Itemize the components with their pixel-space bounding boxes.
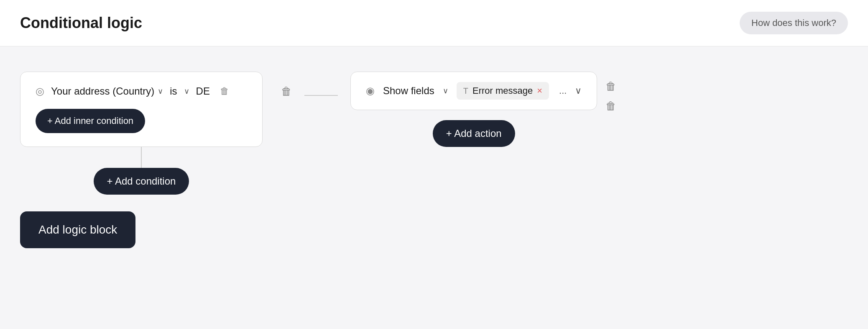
show-fields-chevron-icon[interactable]: ∨: [443, 86, 448, 95]
action-delete-icon-1[interactable]: 🗑: [605, 80, 616, 93]
field-tag: T Error message ×: [457, 82, 549, 100]
field-tag-close-icon[interactable]: ×: [537, 85, 542, 96]
right-trash-col: 🗑 🗑: [605, 72, 616, 113]
add-action-button[interactable]: + Add action: [433, 120, 515, 147]
eye-icon: ◉: [366, 85, 375, 97]
page-title: Conditional logic: [20, 14, 142, 32]
condition-connector-line: [141, 147, 142, 168]
condition-delete-icon[interactable]: 🗑: [220, 86, 229, 97]
show-fields-label: Show fields: [383, 85, 434, 97]
left-block-row: ◎ Your address (Country) ∨ is ∨ DE 🗑 + A…: [20, 72, 292, 195]
action-chevron-icon[interactable]: ∨: [575, 85, 582, 96]
condition-value: DE: [196, 85, 210, 97]
logic-area: ◎ Your address (Country) ∨ is ∨ DE 🗑 + A…: [20, 72, 848, 195]
right-block-row: ◉ Show fields ∨ T Error message × ... ∨: [350, 72, 616, 147]
page: Conditional logic How does this work? ◎ …: [0, 0, 868, 329]
header: Conditional logic How does this work?: [0, 0, 868, 46]
arrow-connector: [292, 72, 350, 96]
condition-row: ◎ Your address (Country) ∨ is ∨ DE 🗑: [36, 85, 247, 97]
action-block: ◉ Show fields ∨ T Error message × ... ∨: [350, 72, 597, 110]
add-logic-block-button[interactable]: Add logic block: [20, 211, 135, 248]
add-condition-button[interactable]: + Add condition: [94, 168, 189, 195]
operator-chevron-icon[interactable]: ∨: [184, 87, 189, 96]
location-icon: ◎: [36, 85, 44, 97]
horizontal-line-icon: [304, 95, 338, 96]
block-delete-icon[interactable]: 🗑: [281, 85, 292, 98]
main-content: ◎ Your address (Country) ∨ is ∨ DE 🗑 + A…: [0, 46, 868, 329]
add-inner-condition-button[interactable]: + Add inner condition: [36, 109, 145, 133]
action-delete-icon-2[interactable]: 🗑: [605, 100, 616, 113]
condition-field-label: Your address (Country): [51, 85, 154, 97]
right-side: ◉ Show fields ∨ T Error message × ... ∨: [350, 72, 597, 147]
field-tag-label: Error message: [472, 85, 533, 96]
left-side: ◎ Your address (Country) ∨ is ∨ DE 🗑 + A…: [20, 72, 263, 195]
more-fields-button[interactable]: ...: [559, 85, 567, 96]
condition-operator-label: is: [170, 85, 177, 97]
field-chevron-icon[interactable]: ∨: [158, 87, 163, 96]
help-button[interactable]: How does this work?: [740, 12, 848, 34]
condition-field: Your address (Country) ∨: [51, 85, 163, 97]
text-icon: T: [463, 86, 468, 96]
condition-block: ◎ Your address (Country) ∨ is ∨ DE 🗑 + A…: [20, 72, 263, 147]
